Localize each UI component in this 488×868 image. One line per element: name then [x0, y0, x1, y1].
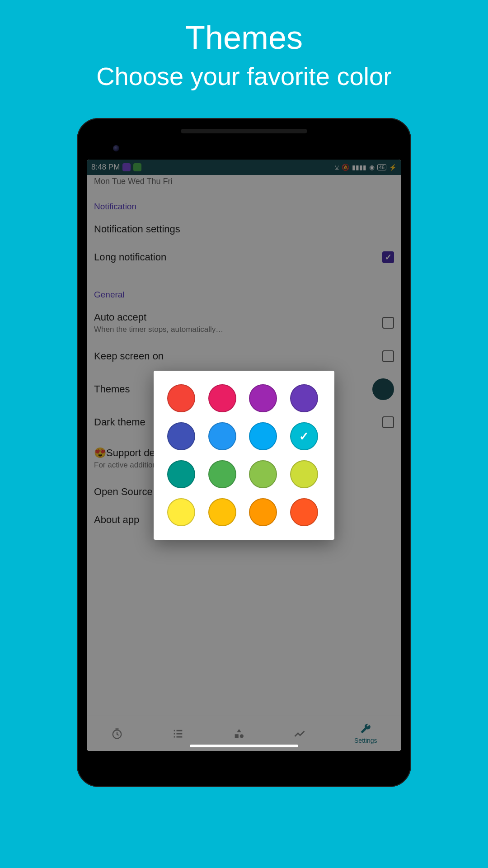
theme-swatch-purple[interactable]: [249, 384, 277, 412]
keep-screen-label: Keep screen on: [94, 350, 164, 362]
statusbar-app-icon-1: [122, 163, 131, 171]
theme-swatch-light-green[interactable]: [249, 460, 277, 488]
theme-swatch-deep-purple[interactable]: [290, 384, 318, 412]
nav-stats[interactable]: [293, 727, 306, 740]
dark-theme-checkbox[interactable]: [382, 416, 394, 428]
theme-swatch-light-blue[interactable]: [249, 422, 277, 450]
promo-title: Themes: [185, 19, 303, 56]
row-long-notification[interactable]: Long notification: [94, 243, 394, 271]
row-notification-settings[interactable]: Notification settings: [94, 215, 394, 243]
phone-frame: 8:48 PM ⚺ 🔕 ▮▮▮▮ ◉ 46 ⚡ Mon Tue Wed Thu …: [77, 118, 411, 787]
theme-swatch-indigo[interactable]: [167, 422, 195, 450]
auto-accept-checkbox[interactable]: [382, 317, 394, 329]
list-icon: [172, 727, 184, 740]
theme-swatch-red[interactable]: [167, 384, 195, 412]
theme-swatch-cyan[interactable]: [290, 422, 318, 450]
charging-icon: ⚡: [389, 164, 397, 171]
promo-subtitle: Choose your favorite color: [96, 61, 392, 91]
battery-icon: 46: [377, 164, 386, 170]
nav-settings-label: Settings: [354, 737, 377, 744]
nav-list[interactable]: [172, 727, 184, 740]
notification-settings-label: Notification settings: [94, 223, 180, 235]
wrench-icon: [359, 723, 372, 736]
theme-swatch-orange[interactable]: [249, 498, 277, 526]
theme-picker-dialog: [154, 371, 334, 540]
weekdays-text: Mon Tue Wed Thu Fri: [94, 175, 394, 193]
statusbar-time: 8:48 PM: [91, 163, 120, 172]
theme-swatch-teal[interactable]: [167, 460, 195, 488]
theme-swatch-lime[interactable]: [290, 460, 318, 488]
statusbar-right: ⚺ 🔕 ▮▮▮▮ ◉ 46 ⚡: [335, 164, 397, 171]
signal-icon: ▮▮▮▮: [352, 164, 366, 171]
nav-timer[interactable]: [111, 727, 123, 740]
svg-point-2: [239, 734, 243, 738]
wifi-icon: ◉: [369, 164, 375, 171]
themes-label: Themes: [94, 383, 130, 395]
auto-accept-label: Auto accept: [94, 311, 382, 323]
chart-line-icon: [293, 727, 306, 740]
section-notification: Notification: [94, 193, 394, 215]
theme-swatch-yellow[interactable]: [167, 498, 195, 526]
theme-swatch-amber[interactable]: [208, 498, 236, 526]
keep-screen-checkbox[interactable]: [382, 350, 394, 362]
current-theme-dot: [372, 378, 394, 400]
theme-swatch-pink[interactable]: [208, 384, 236, 412]
statusbar-app-icon-2: [133, 163, 141, 171]
nav-settings[interactable]: Settings: [354, 723, 377, 744]
svg-rect-1: [235, 734, 238, 738]
row-keep-screen[interactable]: Keep screen on: [94, 342, 394, 370]
bluetooth-icon: ⚺: [335, 164, 339, 171]
screen: 8:48 PM ⚺ 🔕 ▮▮▮▮ ◉ 46 ⚡ Mon Tue Wed Thu …: [87, 160, 401, 751]
status-bar: 8:48 PM ⚺ 🔕 ▮▮▮▮ ◉ 46 ⚡: [87, 160, 401, 175]
section-general: General: [94, 281, 394, 303]
shapes-icon: [233, 727, 245, 740]
theme-swatch-deep-orange[interactable]: [290, 498, 318, 526]
auto-accept-sub: When the timer stops, automatically…: [94, 325, 311, 334]
silent-icon: 🔕: [342, 164, 349, 171]
row-auto-accept[interactable]: Auto accept When the timer stops, automa…: [94, 303, 394, 342]
theme-swatch-green[interactable]: [208, 460, 236, 488]
theme-swatch-blue[interactable]: [208, 422, 236, 450]
long-notification-checkbox[interactable]: [382, 251, 394, 263]
dark-theme-label: Dark theme: [94, 416, 145, 428]
clock-icon: [111, 727, 123, 740]
nav-shapes[interactable]: [233, 727, 245, 740]
about-app-label: About app: [94, 514, 139, 526]
long-notification-label: Long notification: [94, 251, 166, 263]
home-indicator[interactable]: [190, 745, 298, 747]
